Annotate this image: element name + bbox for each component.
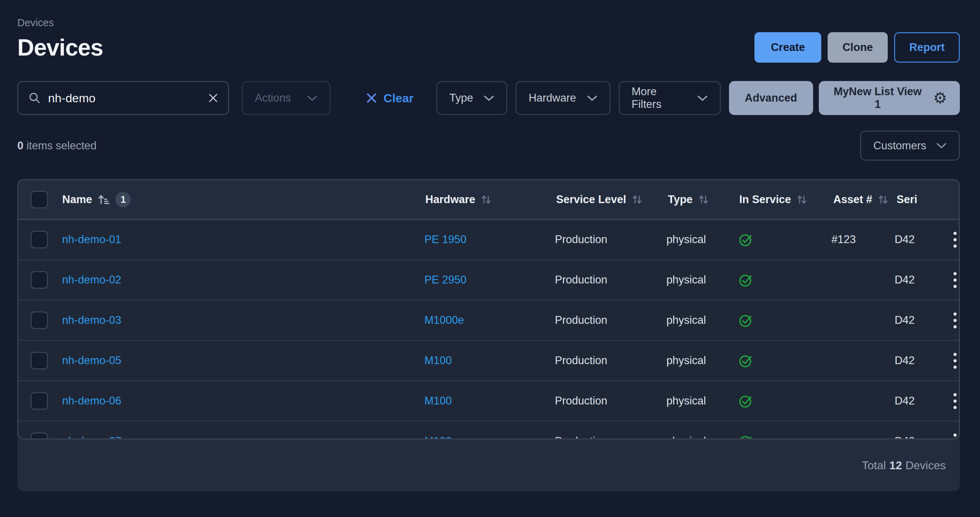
sort-ascending-icon[interactable] bbox=[97, 193, 110, 206]
devices-page: Devices Devices Create Clone Report Acti bbox=[0, 0, 980, 491]
check-circle-icon bbox=[738, 353, 754, 369]
title-row: Devices Create Clone Report bbox=[18, 32, 960, 63]
hardware-filter-dropdown[interactable]: Hardware bbox=[515, 81, 610, 115]
kebab-menu-icon[interactable] bbox=[951, 391, 959, 411]
breadcrumb[interactable]: Devices bbox=[18, 17, 960, 29]
column-header-hardware[interactable]: Hardware bbox=[425, 193, 492, 206]
clone-button[interactable]: Clone bbox=[827, 32, 888, 63]
kebab-menu-icon[interactable] bbox=[951, 230, 959, 250]
row-checkbox[interactable] bbox=[30, 231, 48, 249]
type-filter-label: Type bbox=[449, 92, 473, 104]
kebab-menu-icon[interactable] bbox=[951, 310, 959, 330]
selection-count: 0 bbox=[18, 139, 23, 152]
sort-icon[interactable] bbox=[797, 194, 807, 205]
search-clear-icon[interactable] bbox=[208, 93, 218, 103]
check-circle-icon bbox=[738, 433, 754, 439]
type-cell: physical bbox=[667, 394, 738, 407]
check-circle-icon bbox=[738, 231, 754, 248]
selection-label: items selected bbox=[27, 139, 97, 152]
customers-dropdown[interactable]: Customers bbox=[860, 131, 960, 161]
type-cell: physical bbox=[667, 314, 738, 327]
hardware-link[interactable]: PE 1950 bbox=[424, 233, 466, 246]
hardware-filter-label: Hardware bbox=[528, 92, 576, 104]
hardware-link[interactable]: M100 bbox=[424, 394, 452, 407]
column-header-in-service[interactable]: In Service bbox=[739, 193, 807, 206]
row-checkbox[interactable] bbox=[30, 271, 48, 289]
service-level-cell: Production bbox=[555, 314, 667, 327]
serial-cell: D42 bbox=[894, 314, 951, 327]
search-input[interactable] bbox=[48, 91, 201, 105]
report-button[interactable]: Report bbox=[894, 32, 960, 63]
table-header-row: Name 1 bbox=[18, 180, 959, 220]
check-circle-icon bbox=[738, 272, 754, 288]
clear-label: Clear bbox=[383, 91, 414, 105]
chevron-down-icon bbox=[307, 95, 318, 102]
column-header-asset[interactable]: Asset # bbox=[833, 193, 888, 206]
advanced-button[interactable]: Advanced bbox=[729, 81, 813, 115]
sort-icon[interactable] bbox=[878, 194, 888, 205]
service-level-cell: Production bbox=[555, 274, 667, 286]
serial-cell: D42 bbox=[894, 435, 951, 439]
clear-filters-button[interactable]: Clear bbox=[366, 91, 414, 105]
chevron-down-icon bbox=[484, 95, 494, 102]
device-name-link[interactable]: nh-demo-03 bbox=[62, 314, 121, 327]
list-view-button[interactable]: MyNew List View 1 ⚙ bbox=[819, 81, 960, 115]
service-level-cell: Production bbox=[555, 233, 667, 246]
table-row: nh-demo-03 M1000e Production physical D4… bbox=[18, 300, 959, 341]
row-checkbox[interactable] bbox=[30, 432, 48, 439]
service-level-cell: Production bbox=[555, 394, 667, 407]
column-type-label: Type bbox=[668, 193, 692, 206]
kebab-menu-icon[interactable] bbox=[951, 270, 959, 290]
column-service-level-label: Service Level bbox=[556, 193, 626, 206]
device-name-link[interactable]: nh-demo-07 bbox=[62, 435, 121, 439]
hardware-link[interactable]: M100 bbox=[424, 354, 452, 367]
device-name-link[interactable]: nh-demo-02 bbox=[62, 274, 121, 286]
gear-icon[interactable]: ⚙ bbox=[933, 90, 947, 106]
page-title: Devices bbox=[18, 34, 103, 61]
device-name-link[interactable]: nh-demo-01 bbox=[62, 233, 121, 246]
actions-dropdown[interactable]: Actions bbox=[242, 81, 331, 115]
sort-icon[interactable] bbox=[632, 194, 643, 205]
search-box[interactable] bbox=[18, 81, 229, 115]
kebab-menu-icon[interactable] bbox=[951, 431, 959, 440]
row-checkbox[interactable] bbox=[30, 311, 48, 329]
hardware-link[interactable]: M1000e bbox=[424, 314, 464, 326]
kebab-menu-icon[interactable] bbox=[951, 351, 959, 371]
device-name-link[interactable]: nh-demo-05 bbox=[62, 354, 121, 367]
device-name-link[interactable]: nh-demo-06 bbox=[62, 394, 121, 407]
check-circle-icon bbox=[738, 393, 754, 409]
more-filters-dropdown[interactable]: More Filters bbox=[619, 81, 721, 115]
column-header-type[interactable]: Type bbox=[668, 193, 709, 206]
service-level-cell: Production bbox=[555, 435, 667, 439]
selection-row: 0 items selected Customers bbox=[18, 131, 960, 161]
row-checkbox[interactable] bbox=[30, 352, 48, 369]
actions-dropdown-label: Actions bbox=[255, 92, 291, 104]
clear-x-icon bbox=[366, 93, 377, 104]
column-header-serial[interactable]: Seri bbox=[897, 193, 918, 206]
row-checkbox[interactable] bbox=[30, 392, 48, 410]
create-button[interactable]: Create bbox=[754, 32, 821, 63]
table-row: nh-demo-02 PE 2950 Production physical D… bbox=[18, 260, 959, 300]
check-circle-icon bbox=[738, 312, 754, 329]
serial-cell: D42 bbox=[894, 274, 951, 286]
column-in-service-label: In Service bbox=[739, 193, 791, 206]
customers-dropdown-label: Customers bbox=[873, 139, 926, 152]
type-filter-dropdown[interactable]: Type bbox=[436, 81, 508, 115]
sort-icon[interactable] bbox=[698, 194, 709, 205]
serial-cell: D42 bbox=[894, 233, 951, 246]
total-unit-label: Devices bbox=[905, 459, 946, 472]
column-header-service-level[interactable]: Service Level bbox=[556, 193, 643, 206]
hardware-link[interactable]: M100 bbox=[424, 435, 452, 439]
type-cell: physical bbox=[667, 354, 738, 367]
toolbar: Actions Clear Type Ha bbox=[18, 81, 960, 115]
select-all-checkbox[interactable] bbox=[30, 191, 48, 208]
column-serial-label: Seri bbox=[897, 193, 918, 206]
table-row: nh-demo-07 M100 Production physical D42 bbox=[18, 421, 959, 439]
type-cell: physical bbox=[667, 233, 738, 246]
sort-icon[interactable] bbox=[481, 194, 492, 205]
column-header-name[interactable]: Name 1 bbox=[62, 192, 131, 207]
devices-table: Name 1 bbox=[18, 179, 960, 439]
hardware-link[interactable]: PE 2950 bbox=[424, 274, 466, 286]
list-view-label: MyNew List View 1 bbox=[832, 85, 924, 111]
table-row: nh-demo-01 PE 1950 Production physical #… bbox=[18, 220, 959, 260]
